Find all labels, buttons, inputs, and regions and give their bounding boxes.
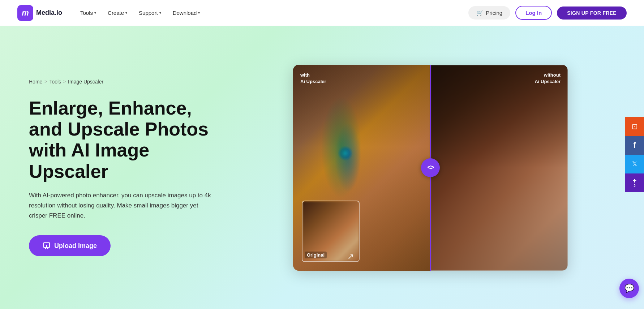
original-label: Original [305, 252, 327, 258]
hero-section: Home > Tools > Image Upscaler Enlarge, E… [0, 26, 644, 309]
cart-icon: 🛒 [476, 9, 484, 16]
nav-download[interactable]: Download ▾ [168, 7, 205, 19]
breadcrumb-home[interactable]: Home [29, 79, 42, 85]
handle-arrows-icon: <> [427, 164, 433, 171]
nav-links: Tools ▾ Create ▾ Support ▾ Download ▾ [75, 7, 468, 19]
brand-name: Media.io [36, 9, 62, 17]
breadcrumb: Home > Tools > Image Upscaler [29, 79, 217, 85]
breadcrumb-tools[interactable]: Tools [49, 79, 61, 85]
login-button[interactable]: Log In [515, 6, 552, 20]
hero-description: With AI-powered photo enhancer, you can … [29, 190, 217, 221]
breadcrumb-sep-1: > [44, 79, 47, 84]
expand-icon: ↗ [347, 252, 354, 261]
presentation-icon: ⊡ [632, 122, 638, 131]
chevron-down-icon: ▾ [159, 11, 161, 15]
nav-support[interactable]: Support ▾ [134, 7, 166, 19]
chat-icon: 💬 [624, 284, 634, 293]
share-plus-icon: + [633, 177, 637, 185]
logo-link[interactable]: m Media.io [17, 5, 62, 21]
share-count: 2 [634, 184, 636, 188]
comparison-container: <> with Ai Upscaler without Ai Upscaler … [293, 65, 568, 271]
facebook-icon: f [633, 141, 636, 150]
breadcrumb-sep-2: > [63, 79, 66, 84]
label-with-upscaler: with Ai Upscaler [300, 72, 326, 85]
nav-create[interactable]: Create ▾ [103, 7, 132, 19]
navbar: m Media.io Tools ▾ Create ▾ Support ▾ Do… [0, 0, 644, 26]
chat-button[interactable]: 💬 [619, 279, 639, 298]
logo-icon: m [17, 5, 33, 21]
chevron-down-icon: ▾ [94, 11, 96, 15]
comparison-handle[interactable]: <> [421, 158, 440, 177]
comparison-right-panel [430, 65, 568, 271]
breadcrumb-current: Image Upscaler [68, 79, 103, 85]
presentation-button[interactable]: ⊡ [625, 117, 644, 136]
signup-button[interactable]: SIGN UP FOR FREE [557, 7, 627, 20]
pricing-button[interactable]: 🛒 Pricing [468, 6, 510, 20]
upload-icon [43, 242, 51, 250]
facebook-button[interactable]: f [625, 136, 644, 155]
chevron-down-icon: ▾ [198, 11, 200, 15]
hero-title: Enlarge, Enhance, and Upscale Photos wit… [29, 98, 217, 182]
share-button[interactable]: + 2 [625, 173, 644, 192]
hero-left: Home > Tools > Image Upscaler Enlarge, E… [29, 26, 231, 309]
twitter-icon: 𝕏 [632, 160, 637, 168]
hero-right: <> with Ai Upscaler without Ai Upscaler … [231, 26, 615, 309]
chevron-down-icon: ▾ [125, 11, 127, 15]
social-sidebar: ⊡ f 𝕏 + 2 [625, 117, 644, 192]
nav-actions: 🛒 Pricing Log In SIGN UP FOR FREE [468, 6, 627, 20]
upload-image-button[interactable]: Upload Image [29, 235, 111, 256]
twitter-button[interactable]: 𝕏 [625, 155, 644, 173]
label-without-upscaler: without Ai Upscaler [534, 72, 561, 85]
nav-tools[interactable]: Tools ▾ [75, 7, 101, 19]
